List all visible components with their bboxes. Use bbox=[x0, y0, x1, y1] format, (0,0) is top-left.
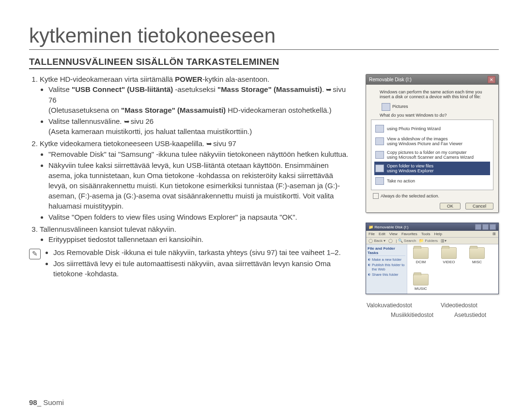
folder-dcim[interactable]: DCIM bbox=[409, 247, 432, 264]
folder-misc[interactable]: MISC bbox=[465, 247, 489, 264]
folder-video[interactable]: VIDEO bbox=[437, 247, 461, 264]
explorer-labels: Valokuvatiedostot Videotiedostot Musiikk… bbox=[366, 294, 499, 321]
folder-icon bbox=[413, 274, 429, 285]
dialog-message: Windows can perform the same action each… bbox=[380, 90, 493, 99]
explorer-menu[interactable]: File Edit View Favorites Tools Help ⊞ bbox=[366, 231, 498, 238]
minimize-icon[interactable] bbox=[475, 224, 481, 230]
folder-icon bbox=[469, 247, 485, 259]
explorer-toolbar[interactable]: ◯ Back ▾ ◯ | 🔍 Search 📁 Folders ▥▾ bbox=[366, 238, 498, 244]
step-1: Kytke HD-videokameraan virta siirtämällä… bbox=[40, 74, 354, 136]
step-2: Kytke videokamera tietokoneeseen USB-kaa… bbox=[40, 138, 354, 222]
close-icon[interactable]: ✕ bbox=[488, 76, 495, 83]
windows-flag-icon: ⊞ bbox=[492, 232, 496, 236]
cancel-button[interactable]: Cancel bbox=[465, 203, 493, 210]
forward-icon[interactable]: ◯ bbox=[388, 239, 393, 243]
dialog-item-selected[interactable]: Open folder to view files using Windows … bbox=[374, 162, 490, 175]
explorer-title: 📁 Removable Disk (I:) bbox=[369, 225, 408, 229]
wizard-icon bbox=[375, 125, 384, 133]
note-icon: ✎ bbox=[29, 249, 41, 259]
label-settings: Asetustiedot bbox=[454, 312, 486, 318]
copy-icon bbox=[375, 151, 384, 159]
dialog-title: Removable Disk (I:) bbox=[369, 77, 412, 82]
label-photo: Valokuvatiedostot bbox=[367, 302, 412, 309]
slideshow-icon bbox=[375, 137, 384, 145]
label-video: Videotiedostot bbox=[441, 302, 477, 309]
pictures-icon bbox=[382, 103, 390, 111]
close-icon[interactable] bbox=[490, 224, 496, 230]
folder-icon bbox=[441, 247, 457, 259]
note-2: Jos siirrettävä levy ei tule automaattis… bbox=[53, 258, 354, 279]
step-3: Tallennusvälineen kansiot tulevat näkyvi… bbox=[40, 224, 354, 244]
explorer-main: DCIM VIDEO MISC MUSIC bbox=[407, 244, 498, 294]
folder-open-icon bbox=[375, 165, 384, 172]
always-label: Always do the selected action. bbox=[381, 194, 439, 198]
section-heading: TALLENNUSVÄLINEEN SISÄLLÖN TARKASTELEMIN… bbox=[29, 57, 279, 69]
maximize-icon[interactable] bbox=[482, 224, 489, 230]
dialog-prompt: What do you want Windows to do? bbox=[380, 113, 493, 118]
page-footer: 98_ Suomi bbox=[29, 398, 64, 406]
always-checkbox[interactable] bbox=[373, 193, 379, 199]
folder-icon bbox=[413, 247, 429, 259]
back-icon[interactable]: ◯ Back ▾ bbox=[369, 239, 385, 243]
explorer-window: 📁 Removable Disk (I:) File Edit View bbox=[366, 223, 499, 294]
page-title: kytkeminen tietokoneeseen bbox=[29, 24, 499, 50]
autoplay-dialog: Removable Disk (I:) ✕ Windows can perfor… bbox=[366, 74, 499, 213]
noaction-icon bbox=[375, 177, 384, 185]
note-1: Jos Removable Disk -ikkuna ei tule näkyv… bbox=[53, 247, 354, 257]
dialog-list[interactable]: using Photo Printing Wizard View a slide… bbox=[371, 120, 493, 190]
main-content: Kytke HD-videokameraan virta siirtämällä… bbox=[29, 74, 354, 280]
folder-music[interactable]: MUSIC bbox=[409, 274, 432, 291]
ok-button[interactable]: OK bbox=[440, 203, 461, 210]
label-music: Musiikkitiedostot bbox=[391, 312, 433, 318]
explorer-sidebar: File and Folder Tasks Make a new folder … bbox=[366, 244, 407, 294]
